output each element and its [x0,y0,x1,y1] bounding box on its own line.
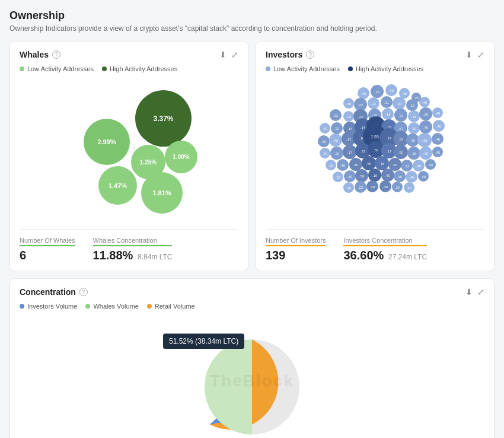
investors-concentration-secondary: 27.24m LTC [388,253,427,261]
whales-expand-icon[interactable]: ⤢ [231,50,238,59]
whales-concentration-label: Whales Concentration [93,237,173,246]
svg-text:.26: .26 [423,113,429,116]
svg-text:.40: .40 [410,139,416,142]
svg-text:.40: .40 [385,174,391,177]
bubble-3-37: 3.37% [135,90,192,147]
concentration-retail-dot [147,304,152,309]
whales-title-area: Whales ? [20,50,60,59]
svg-text:.50: .50 [366,162,372,166]
investors-number-stat: Number Of Investors 139 [266,237,326,262]
whales-stats: Number Of Whales 6 Whales Concentration … [20,229,238,262]
whales-concentration-row: 11.88% 8.84m LTC [93,249,173,262]
svg-text:.10: .10 [410,104,415,107]
investors-concentration-value: 36.60% [343,249,384,262]
svg-text:.18: .18 [372,174,378,177]
svg-text:.18: .18 [412,152,417,155]
svg-text:.40: .40 [435,112,441,115]
svg-text:.40: .40 [416,164,422,168]
whales-bubble-area: TheBlock 3.37% 2.99% 1.25% 1.00% 1.47% 1… [20,78,238,221]
svg-text:.40: .40 [333,139,339,142]
svg-text:.40: .40 [407,186,412,190]
svg-text:.40: .40 [347,175,353,179]
concentration-expand-icon[interactable]: ⤢ [477,287,484,297]
whales-concentration-secondary: 8.84m LTC [138,253,172,261]
whales-number-label: Number Of Whales [20,237,75,246]
investors-concentration-label: Investors Concentration [343,237,427,246]
concentration-info-icon[interactable]: ? [79,288,88,296]
svg-text:.40: .40 [370,185,375,189]
whales-title: Whales [20,50,49,59]
svg-text:.18: .18 [379,162,385,166]
svg-text:.22: .22 [358,115,363,119]
concentration-download-icon[interactable]: ⬇ [465,287,473,297]
investors-low-dot [266,66,270,71]
concentration-legend-retail: Retail Volume [147,303,195,310]
svg-text:.14: .14 [385,113,391,116]
concentration-watermark: TheBlock [210,372,294,391]
concentration-legend: Investors Volume Whales Volume Retail Vo… [20,303,484,310]
svg-text:1.55: 1.55 [371,135,379,139]
svg-text:.57: .57 [398,127,404,131]
svg-text:.57: .57 [398,138,404,141]
svg-text:.40: .40 [412,127,417,131]
whales-card: Whales ? ⬇ ⤢ Low Activity Addresses High… [9,41,248,271]
concentration-legend-whales: Whales Volume [85,303,138,310]
svg-text:.22: .22 [346,115,352,119]
svg-text:.40: .40 [353,163,359,167]
svg-text:.49: .49 [435,151,441,154]
svg-text:.40: .40 [361,92,366,96]
svg-text:.22: .22 [404,164,410,168]
whales-low-dot [20,66,24,71]
whales-download-icon[interactable]: ⬇ [219,50,227,59]
investors-svg: .40 .35 .40 .30 .25 .40 .22 .22 .11 .30 … [266,78,479,221]
investors-expand-icon[interactable]: ⤢ [477,50,484,59]
whales-number-value: 6 [20,249,75,262]
whales-card-header: Whales ? ⬇ ⤢ [20,50,238,59]
investors-stats: Number Of Investors 139 Investors Concen… [266,229,484,262]
concentration-pie-area: TheBlock 51.52% (38.34m LTC) [20,316,484,438]
svg-text:.17: .17 [346,138,352,141]
investors-download-icon[interactable]: ⬇ [465,50,473,59]
svg-text:.40: .40 [409,176,414,179]
svg-text:.40: .40 [346,186,352,190]
investors-concentration-stat: Investors Concentration 36.60% 27.24m LT… [343,237,427,262]
svg-text:.40: .40 [383,185,388,189]
svg-text:.50: .50 [398,151,404,154]
bubble-2-99: 2.99% [84,119,130,165]
page-subtitle: Ownership Indicators provide a view of a… [9,24,495,33]
svg-text:.50: .50 [374,148,379,152]
investors-number-label: Number Of Investors [266,237,326,246]
investors-concentration-row: 36.60% 27.24m LTC [343,249,427,262]
investors-number-value: 139 [266,249,326,262]
whales-info-icon[interactable]: ? [52,50,60,59]
whales-concentration-value: 11.88% [93,249,133,262]
investors-title: Investors [266,50,302,59]
bubble-1-47: 1.47% [98,166,137,205]
svg-text:.40: .40 [422,101,428,104]
investors-info-icon[interactable]: ? [306,50,314,59]
investors-legend-high: High Activity Addresses [348,65,423,72]
svg-text:.22: .22 [328,164,334,167]
whales-legend-low: Low Activity Addresses [20,65,94,72]
svg-text:.40: .40 [436,125,442,128]
concentration-legend-investors: Investors Volume [20,303,77,310]
page-title: Ownership [9,9,495,22]
investors-high-dot [348,66,353,71]
investors-legend-low: Low Activity Addresses [266,65,340,72]
svg-text:.30: .30 [397,102,402,106]
svg-text:.49: .49 [421,175,426,179]
whales-legend-high: High Activity Addresses [102,65,177,72]
svg-text:.22: .22 [358,186,363,189]
concentration-title-area: Concentration ? [20,287,88,297]
svg-text:.22: .22 [398,114,404,118]
svg-text:.17: .17 [347,151,353,154]
svg-text:.14: .14 [347,127,353,131]
whales-high-dot [102,66,107,71]
whales-legend: Low Activity Addresses High Activity Add… [20,65,238,72]
svg-text:.40: .40 [423,152,429,155]
svg-text:.23: .23 [361,150,366,153]
whales-number-stat: Number Of Whales 6 [20,237,75,262]
investors-card: Investors ? ⬇ ⤢ Low Activity Addresses H… [256,41,495,271]
investors-card-actions: ⬇ ⤢ [465,50,484,59]
concentration-card: Concentration ? ⬇ ⤢ Investors Volume Wha… [9,278,495,438]
